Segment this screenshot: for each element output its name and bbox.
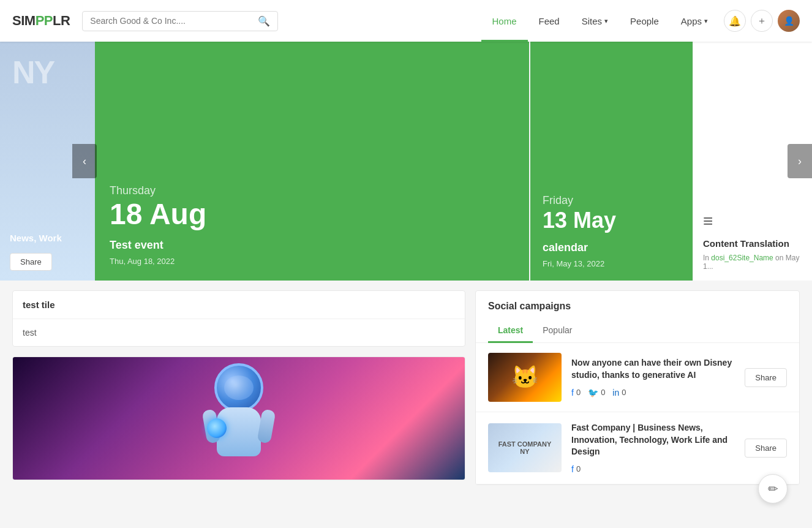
header: SIMPPLR 🔍 Home Feed Sites ▾ People Apps …	[0, 0, 812, 42]
content-translation-title: Content Translation	[703, 238, 802, 249]
content-translation-icon: ≡	[703, 211, 802, 231]
carousel-card-green-small: Friday 13 May calendar Fri, May 13, 2022	[530, 42, 693, 281]
li-stat-1: in 0	[612, 388, 626, 398]
social-campaigns-title: Social campaigns	[476, 291, 799, 312]
logo-text: SIMPPLR	[12, 13, 70, 29]
campaign-stats-2: f 0	[571, 464, 735, 474]
add-button[interactable]: ＋	[751, 10, 773, 32]
campaign-thumb-2: FAST COMPANY NY	[488, 423, 562, 472]
right-column: Social campaigns Latest Popular 🐱 Now an…	[475, 290, 800, 485]
content-translation-meta: In dosi_62Site_Name on May 1...	[703, 254, 802, 271]
event-date-large: 18 Aug	[110, 200, 514, 229]
carousel-next-button[interactable]: ›	[788, 144, 812, 178]
fastco-thumb-text: FAST COMPANY NY	[493, 440, 557, 455]
carousel-track: NY News, Work Share ‹ Thursday 18 Aug Te…	[0, 42, 812, 281]
event-date-text-small: Fri, May 13, 2022	[543, 259, 680, 268]
carousel-prev-button[interactable]: ‹	[72, 144, 97, 178]
campaign-item-2: FAST COMPANY NY Fast Company | Business …	[476, 412, 799, 485]
campaign-title-2: Fast Company | Business News, Innovation…	[571, 422, 735, 458]
disney-thumb: 🐱	[488, 353, 562, 402]
fab-icon: ✏	[768, 481, 778, 495]
facebook-icon: f	[571, 388, 574, 398]
lower-content: test tile test	[0, 281, 812, 495]
fb-count-1: 0	[576, 388, 581, 397]
avatar[interactable]: 👤	[778, 10, 800, 32]
logo[interactable]: SIMPPLR	[12, 13, 70, 29]
campaign-info-2: Fast Company | Business News, Innovation…	[571, 422, 735, 474]
content-translation-link[interactable]: dosi_62Site_Name	[711, 254, 773, 262]
facebook-icon-2: f	[571, 464, 574, 474]
tw-count-1: 0	[601, 388, 605, 397]
li-count-1: 0	[622, 388, 626, 397]
notifications-button[interactable]: 🔔	[724, 10, 746, 32]
tab-latest[interactable]: Latest	[488, 319, 533, 343]
nav-actions: 🔔 ＋ 👤	[724, 10, 800, 32]
apps-chevron-icon: ▾	[704, 17, 708, 25]
fastco-thumb: FAST COMPANY NY	[488, 423, 562, 472]
social-campaigns-card: Social campaigns Latest Popular 🐱 Now an…	[475, 290, 800, 485]
nav-people[interactable]: People	[619, 0, 670, 42]
tab-popular[interactable]: Popular	[533, 319, 582, 343]
test-tile-card: test tile test	[12, 290, 465, 347]
campaign-title-1: Now anyone can have their own Disney stu…	[571, 357, 735, 381]
campaign-info-1: Now anyone can have their own Disney stu…	[571, 357, 735, 397]
event-name-small: calendar	[543, 241, 680, 254]
card-small-share-button[interactable]: Share	[10, 253, 52, 271]
event-day-large: Thursday	[110, 184, 514, 197]
search-input[interactable]	[90, 16, 258, 26]
fb-stat-1: f 0	[571, 388, 581, 398]
astro-card	[12, 356, 465, 480]
nav-feed[interactable]: Feed	[528, 0, 571, 42]
nav-apps[interactable]: Apps ▾	[670, 0, 719, 42]
event-date-text-large: Thu, Aug 18, 2022	[110, 257, 514, 266]
search-button[interactable]: 🔍	[258, 15, 270, 27]
card-small-initials: NY	[12, 54, 54, 91]
fb-stat-2: f 0	[571, 464, 581, 474]
campaign-thumb-1: 🐱	[488, 353, 562, 402]
event-name-large: Test event	[110, 239, 514, 252]
fb-count-2: 0	[576, 464, 581, 473]
cat-face-icon: 🐱	[511, 364, 539, 390]
astro-image	[13, 357, 465, 480]
twitter-icon: 🐦	[588, 388, 598, 398]
sites-chevron-icon: ▾	[604, 17, 608, 25]
campaign-share-button-2[interactable]: Share	[745, 439, 787, 458]
test-tile-body: test	[13, 319, 465, 346]
main-nav: Home Feed Sites ▾ People Apps ▾	[481, 0, 720, 42]
nav-sites[interactable]: Sites ▾	[571, 0, 619, 42]
astronaut-illustration	[196, 363, 282, 473]
event-day-small: Friday	[543, 194, 680, 207]
campaign-stats-1: f 0 🐦 0 in 0	[571, 388, 735, 398]
linkedin-icon: in	[612, 388, 619, 398]
search-bar: 🔍	[82, 11, 278, 31]
left-column: test tile test	[12, 290, 465, 485]
campaign-item-1: 🐱 Now anyone can have their own Disney s…	[476, 343, 799, 412]
nav-home[interactable]: Home	[481, 0, 528, 42]
tw-stat-1: 🐦 0	[588, 388, 605, 398]
card-small-title: News, Work	[10, 233, 85, 243]
campaign-share-button-1[interactable]: Share	[745, 368, 787, 387]
carousel: NY News, Work Share ‹ Thursday 18 Aug Te…	[0, 42, 812, 281]
campaigns-tabs: Latest Popular	[476, 319, 799, 343]
test-tile-title: test tile	[13, 291, 465, 319]
carousel-card-green-large: Thursday 18 Aug Test event Thu, Aug 18, …	[95, 42, 529, 281]
main-content: NY News, Work Share ‹ Thursday 18 Aug Te…	[0, 42, 812, 495]
event-date-small: 13 May	[543, 209, 680, 232]
